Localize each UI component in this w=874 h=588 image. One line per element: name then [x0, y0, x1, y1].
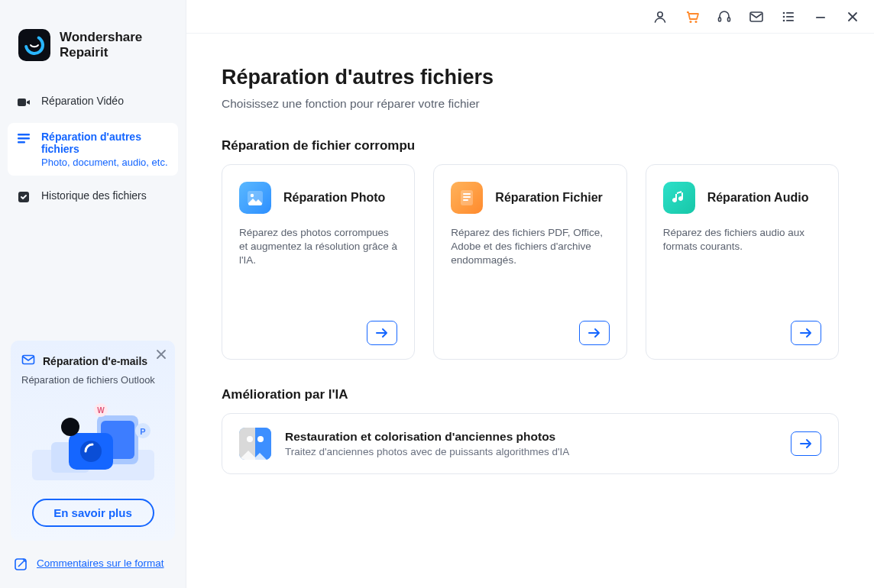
card-photo-repair[interactable]: Réparation Photo Réparez des photos corr… [222, 164, 415, 360]
brand-line1: Wondershare [60, 30, 142, 45]
svg-rect-26 [786, 12, 794, 14]
promo-desc: Réparation de fichiers Outlook [21, 374, 164, 386]
menu-icon[interactable] [781, 9, 796, 24]
svg-point-33 [251, 194, 254, 197]
card-desc: Réparez des fichiers audio aux formats c… [663, 226, 821, 254]
svg-rect-37 [463, 199, 468, 201]
section-corrupt-files: Réparation de fichier corrompu [222, 138, 839, 153]
card-desc: Réparez des fichiers PDF, Office, Adobe … [451, 226, 609, 268]
account-icon[interactable] [652, 9, 668, 24]
svg-point-19 [658, 11, 662, 16]
svg-rect-35 [463, 193, 471, 195]
sidebar-item-video-repair[interactable]: Réparation Vidéo [8, 87, 178, 117]
sidebar-item-label: Historique des fichiers [41, 189, 147, 202]
support-icon[interactable] [717, 9, 732, 24]
svg-text:P: P [140, 427, 145, 436]
svg-rect-6 [23, 355, 34, 363]
brand-line2: Repairit [60, 45, 142, 60]
history-icon [17, 190, 31, 204]
promo-title: Réparation d'e-mails [43, 355, 147, 367]
sidebar: Wondershare Repairit Réparation Vidéo Ré… [0, 0, 186, 588]
audio-icon [663, 182, 695, 214]
svg-point-29 [783, 19, 785, 21]
card-old-photo-restoration[interactable]: Restauration et colorisation d'anciennes… [222, 413, 839, 474]
topbar [186, 0, 874, 34]
card-audio-repair[interactable]: Réparation Audio Réparez des fichiers au… [646, 164, 839, 360]
svg-rect-30 [786, 20, 794, 21]
format-comments-link[interactable]: Commentaires sur le format [14, 557, 172, 574]
file-icon [451, 182, 483, 214]
main: Réparation d'autres fichiers Choisissez … [186, 0, 874, 588]
svg-rect-22 [719, 18, 721, 21]
minimize-button[interactable] [813, 9, 828, 24]
svg-rect-2 [18, 134, 30, 136]
sidebar-nav: Réparation Vidéo Réparation d'autres fic… [0, 82, 186, 222]
promo-close-button[interactable] [154, 347, 169, 362]
video-icon [17, 95, 31, 109]
app-logo-block: Wondershare Repairit [0, 0, 186, 82]
card-arrow-button[interactable] [791, 431, 821, 456]
wide-card-title: Restauration et colorisation d'anciennes… [285, 430, 777, 444]
old-photo-icon [239, 428, 271, 460]
svg-point-13 [61, 418, 79, 436]
page-subtitle: Choisissez une fonction pour réparer vot… [222, 97, 839, 111]
promo-card: Réparation d'e-mails Réparation de fichi… [11, 341, 175, 541]
card-title: Réparation Fichier [495, 191, 602, 205]
format-comments-label: Commentaires sur le format [37, 557, 164, 570]
section-ai-enhancement: Amélioration par l'IA [222, 387, 839, 402]
svg-rect-4 [18, 141, 25, 144]
svg-rect-31 [816, 17, 825, 18]
sidebar-item-file-history[interactable]: Historique des fichiers [8, 182, 178, 212]
content: Réparation d'autres fichiers Choisissez … [186, 34, 874, 588]
svg-rect-39 [255, 428, 271, 460]
card-file-repair[interactable]: Réparation Fichier Réparez des fichiers … [433, 164, 626, 360]
svg-rect-23 [728, 18, 730, 21]
svg-point-41 [257, 436, 264, 442]
svg-rect-1 [18, 99, 26, 106]
promo-cta-button[interactable]: En savoir plus [32, 499, 154, 527]
promo-illustration: P W [24, 396, 162, 488]
svg-text:W: W [97, 406, 105, 415]
close-button[interactable] [845, 9, 860, 24]
svg-point-20 [690, 21, 692, 23]
app-logo-icon [18, 29, 50, 61]
photo-icon [239, 182, 271, 214]
page-title: Réparation d'autres fichiers [222, 66, 839, 89]
sidebar-item-sublabel: Photo, document, audio, etc. [41, 157, 169, 168]
card-desc: Réparez des photos corrompues et augment… [239, 226, 397, 268]
wide-card-desc: Traitez d'anciennes photos avec de puiss… [285, 446, 777, 457]
sidebar-item-label: Réparation d'autres fichiers [41, 131, 169, 155]
svg-point-21 [695, 21, 698, 23]
repair-cards: Réparation Photo Réparez des photos corr… [222, 164, 839, 360]
svg-rect-24 [750, 12, 762, 21]
svg-point-0 [24, 34, 45, 56]
edit-icon [14, 557, 28, 574]
mail-icon [21, 353, 35, 370]
svg-rect-36 [463, 196, 471, 198]
svg-rect-3 [18, 137, 30, 140]
svg-point-40 [247, 436, 253, 442]
card-title: Réparation Photo [283, 191, 385, 205]
svg-point-27 [783, 15, 785, 18]
list-icon [17, 131, 31, 145]
sidebar-item-label: Réparation Vidéo [41, 95, 124, 107]
card-arrow-button[interactable] [367, 321, 397, 345]
svg-point-25 [783, 11, 785, 14]
card-title: Réparation Audio [707, 191, 809, 205]
svg-rect-28 [786, 16, 794, 18]
sidebar-item-other-files[interactable]: Réparation d'autres fichiers Photo, docu… [8, 123, 178, 176]
cart-icon[interactable] [685, 9, 700, 24]
card-arrow-button[interactable] [791, 321, 821, 345]
mail-icon[interactable] [749, 9, 764, 24]
app-name: Wondershare Repairit [60, 30, 142, 60]
card-arrow-button[interactable] [579, 321, 610, 345]
